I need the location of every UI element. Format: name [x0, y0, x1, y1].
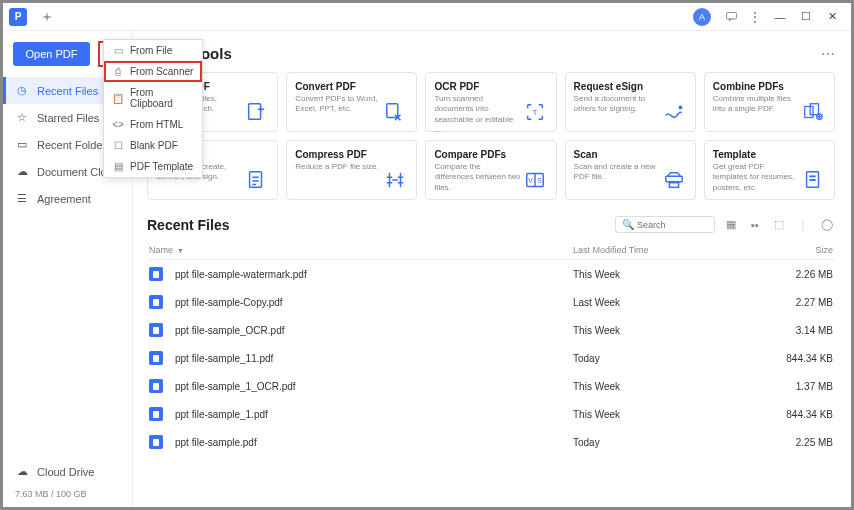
titlebar: P ＋ A ⋮ — ☐ ✕ — [3, 3, 851, 31]
folder-icon: ▭ — [15, 138, 29, 151]
file-size: 2.26 MB — [773, 269, 833, 280]
sort-icon[interactable]: ⬚ — [771, 217, 787, 233]
menu-item-from-html[interactable]: <>From HTML — [104, 114, 202, 135]
quick-tools-more-icon[interactable]: ⋯ — [821, 46, 835, 62]
file-icon: ▭ — [112, 45, 124, 56]
svg-rect-1 — [249, 104, 261, 120]
app-logo-icon: P — [9, 8, 27, 26]
modified-column-header[interactable]: Last Modified Time — [573, 245, 773, 255]
card-desc: Turn scanned documents into searchable o… — [434, 94, 521, 136]
quick-tool-card[interactable]: Combine PDFsCombine multiple files into … — [704, 72, 835, 132]
table-row[interactable]: ppt file-sample-Copy.pdfLast Week2.27 MB — [147, 288, 835, 316]
svg-rect-6 — [810, 104, 818, 115]
quick-tool-card[interactable]: Compress PDFReduce a PDF file size. — [286, 140, 417, 200]
refresh-icon[interactable]: ◯ — [819, 217, 835, 233]
menu-item-from-scanner[interactable]: ⎙From Scanner — [104, 61, 202, 82]
file-size: 3.14 MB — [773, 325, 833, 336]
card-title: Convert PDF — [295, 81, 382, 92]
svg-point-4 — [678, 106, 682, 110]
sidebar-item-label: Agreement — [37, 193, 91, 205]
card-desc: Get great PDF templates for resumes, pos… — [713, 162, 800, 193]
app-window: P ＋ A ⋮ — ☐ ✕ Open PDF + ◷ Recent Files … — [2, 2, 852, 508]
card-desc: Convert PDFs to Word, Excel, PPT, etc. — [295, 94, 382, 115]
search-box[interactable]: 🔍 — [615, 216, 715, 233]
sidebar-item-label: Recent Files — [37, 85, 98, 97]
table-row[interactable]: ppt file-sample_OCR.pdfThis Week3.14 MB — [147, 316, 835, 344]
menu-item-label: From Scanner — [130, 66, 193, 77]
quick-tool-card[interactable]: TemplateGet great PDF templates for resu… — [704, 140, 835, 200]
svg-rect-0 — [726, 12, 736, 19]
close-button[interactable]: ✕ — [823, 9, 841, 25]
table-row[interactable]: ppt file-sample-watermark.pdfThis Week2.… — [147, 260, 835, 288]
sidebar-item-label: Recent Folders — [37, 139, 112, 151]
svg-rect-16 — [809, 179, 815, 181]
cloud-icon: ☁ — [15, 165, 29, 178]
grid-view-icon[interactable]: ▪▪ — [747, 217, 763, 233]
menu-item-label: From Clipboard — [130, 87, 194, 109]
open-pdf-button[interactable]: Open PDF — [13, 42, 90, 66]
cloud-drive-icon: ☁ — [15, 465, 29, 478]
file-size: 844.34 KB — [773, 409, 833, 420]
menu-item-label: PDF Template — [130, 161, 193, 172]
file-size: 2.25 MB — [773, 437, 833, 448]
menu-item-pdf-template[interactable]: ▤PDF Template — [104, 156, 202, 177]
card-desc: Send a document to others for signing. — [574, 94, 661, 115]
list-view-icon[interactable]: ▦ — [723, 217, 739, 233]
recent-files-list: ppt file-sample-watermark.pdfThis Week2.… — [147, 260, 835, 456]
card-icon — [382, 149, 408, 191]
card-desc: Scan and create a new PDF file. — [574, 162, 661, 183]
file-modified: This Week — [573, 325, 773, 336]
table-row[interactable]: ppt file-sample_11.pdfToday844.34 KB — [147, 344, 835, 372]
pdf-file-icon — [149, 351, 163, 365]
html-icon: <> — [112, 119, 124, 130]
table-header: Name ▼ Last Modified Time Size — [147, 241, 835, 260]
table-row[interactable]: ppt file-sample_1.pdfThis Week844.34 KB — [147, 400, 835, 428]
overflow-menu-icon[interactable]: ⋮ — [746, 8, 764, 26]
quick-tool-card[interactable]: Compare PDFsCompare the differences betw… — [425, 140, 556, 200]
table-row[interactable]: ppt file-sample.pdfToday2.25 MB — [147, 428, 835, 456]
card-icon — [661, 149, 687, 191]
svg-rect-12 — [666, 176, 683, 182]
file-size: 2.27 MB — [773, 297, 833, 308]
pdf-file-icon — [149, 323, 163, 337]
search-input[interactable] — [637, 220, 707, 230]
feedback-icon[interactable] — [722, 8, 740, 26]
name-column-header[interactable]: Name ▼ — [149, 245, 573, 255]
file-modified: Today — [573, 437, 773, 448]
menu-item-label: Blank PDF — [130, 140, 178, 151]
menu-item-label: From File — [130, 45, 172, 56]
user-avatar[interactable]: A — [693, 8, 711, 26]
svg-rect-5 — [805, 107, 813, 118]
file-name: ppt file-sample_11.pdf — [175, 353, 273, 364]
new-document-menu: ▭From File⎙From Scanner📋From Clipboard<>… — [103, 39, 203, 178]
card-icon — [382, 81, 408, 123]
sidebar-item-label: Starred Files — [37, 112, 99, 124]
svg-text:T: T — [532, 108, 537, 117]
quick-tool-card[interactable]: ScanScan and create a new PDF file. — [565, 140, 696, 200]
quick-tool-card[interactable]: Convert PDFConvert PDFs to Word, Excel, … — [286, 72, 417, 132]
new-tab-button[interactable]: ＋ — [37, 7, 57, 27]
table-row[interactable]: ppt file-sample_1_OCR.pdfThis Week1.37 M… — [147, 372, 835, 400]
quick-tool-card[interactable]: OCR PDFTurn scanned documents into searc… — [425, 72, 556, 132]
quick-tool-card[interactable]: Request eSignSend a document to others f… — [565, 72, 696, 132]
sidebar-item-cloud-drive[interactable]: ☁ Cloud Drive — [3, 458, 132, 485]
card-icon: VS — [522, 149, 548, 191]
file-name: ppt file-sample-watermark.pdf — [175, 269, 307, 280]
maximize-button[interactable]: ☐ — [797, 9, 815, 25]
menu-item-from-file[interactable]: ▭From File — [104, 40, 202, 61]
menu-item-from-clipboard[interactable]: 📋From Clipboard — [104, 82, 202, 114]
doc-icon: ☰ — [15, 192, 29, 205]
card-desc: Reduce a PDF file size. — [295, 162, 382, 172]
card-icon — [800, 81, 826, 123]
file-modified: Today — [573, 353, 773, 364]
sidebar-item-agreement[interactable]: ☰ Agreement — [3, 185, 132, 212]
pdf-file-icon — [149, 435, 163, 449]
card-title: Compare PDFs — [434, 149, 521, 160]
pdf-file-icon — [149, 407, 163, 421]
menu-item-blank-pdf[interactable]: ☐Blank PDF — [104, 135, 202, 156]
size-column-header[interactable]: Size — [773, 245, 833, 255]
svg-text:S: S — [537, 177, 541, 184]
minimize-button[interactable]: — — [771, 9, 789, 25]
card-desc: Compare the differences between two file… — [434, 162, 521, 193]
card-icon: T — [522, 81, 548, 123]
